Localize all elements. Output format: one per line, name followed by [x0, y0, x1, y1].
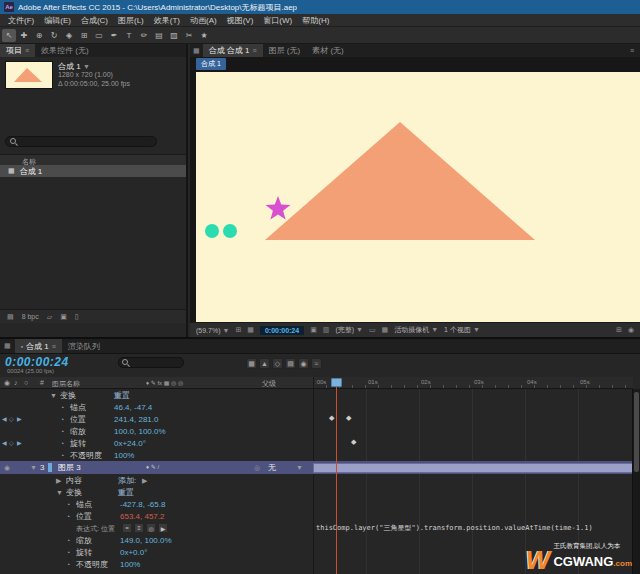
- stopwatch-icon[interactable]: ◔: [60, 439, 64, 448]
- current-timecode[interactable]: 0:00:00:24: [5, 355, 69, 369]
- next-keyframe-icon[interactable]: ▶: [17, 439, 22, 448]
- property-value[interactable]: 241.4, 281.0: [114, 415, 158, 424]
- project-item-composition[interactable]: ▦ 合成 1: [0, 165, 186, 177]
- menu-item-layer[interactable]: 图层(L): [113, 15, 149, 26]
- expression-text[interactable]: thisComp.layer("三角星型").transform.positio…: [316, 523, 628, 533]
- transform-group-row[interactable]: ▼ 变换 重置: [0, 389, 633, 401]
- stopwatch-icon[interactable]: ◔: [60, 427, 64, 436]
- property-value[interactable]: 0x+0.0°: [120, 548, 147, 557]
- property-name[interactable]: 不透明度: [70, 451, 102, 460]
- hand-tool-button[interactable]: ✚: [17, 29, 31, 42]
- anchor-point-row[interactable]: ◔ 锚点 46.4, -47.4: [0, 401, 633, 413]
- snapshot-icon[interactable]: ▣: [310, 326, 317, 334]
- eraser-tool-button[interactable]: ▨: [167, 29, 181, 42]
- panel-menu-icon[interactable]: ≡: [25, 47, 29, 54]
- active-camera-popup[interactable]: 活动摄像机 ▼: [394, 325, 438, 335]
- mini-flowchart-icon[interactable]: ▦: [246, 358, 257, 369]
- bit-depth-label[interactable]: 8 bpc: [22, 313, 39, 320]
- zoom-tool-button[interactable]: ⊕: [32, 29, 46, 42]
- layer-switches-icons[interactable]: ♦ ✎ /: [146, 463, 159, 472]
- channels-icon[interactable]: ▥: [323, 326, 330, 334]
- menu-item-help[interactable]: 帮助(H): [297, 15, 334, 26]
- column-parent[interactable]: 父级: [262, 379, 276, 389]
- pixel-aspect-icon[interactable]: ⊞: [616, 326, 622, 334]
- expression-pickwhip-icon[interactable]: ◎: [146, 523, 156, 533]
- property-name[interactable]: 位置: [70, 415, 86, 424]
- menu-item-file[interactable]: 文件(F): [3, 15, 39, 26]
- add-button[interactable]: 添加:: [118, 476, 136, 485]
- add-keyframe-icon[interactable]: ◇: [9, 439, 14, 448]
- twirl-icon[interactable]: ▼: [30, 463, 37, 472]
- interpret-footage-icon[interactable]: ▤: [7, 313, 14, 321]
- scrollbar-thumb[interactable]: [634, 392, 639, 472]
- prev-keyframe-icon[interactable]: ◀: [2, 415, 7, 424]
- transform-group-row[interactable]: ▼ 变换 重置: [0, 486, 633, 498]
- property-name[interactable]: 不透明度: [76, 560, 108, 569]
- reset-link[interactable]: 重置: [114, 391, 130, 400]
- tab-layer[interactable]: 图层 (无): [263, 44, 307, 57]
- shape-tool-button[interactable]: ▭: [92, 29, 106, 42]
- selection-tool-button[interactable]: ↖: [2, 29, 16, 42]
- opacity-row[interactable]: ◔ 不透明度 100%: [0, 449, 633, 461]
- stopwatch-icon[interactable]: ◔: [60, 451, 64, 460]
- reset-link[interactable]: 重置: [118, 488, 134, 497]
- panel-menu-icon[interactable]: ≡: [253, 47, 257, 54]
- new-folder-icon[interactable]: ▱: [47, 313, 52, 321]
- stopwatch-icon[interactable]: ◔: [60, 403, 64, 412]
- solo-icon[interactable]: ○: [24, 379, 28, 386]
- composition-canvas[interactable]: [196, 72, 640, 322]
- group-name[interactable]: 变换: [60, 391, 76, 400]
- tab-render-queue[interactable]: 渲染队列: [62, 339, 106, 353]
- tab-project[interactable]: 项目 ≡: [0, 44, 35, 57]
- label-color-chip[interactable]: [48, 463, 52, 472]
- property-value[interactable]: 100%: [120, 560, 140, 569]
- stopwatch-icon[interactable]: ◔: [66, 548, 70, 557]
- property-value[interactable]: 0x+24.0°: [114, 439, 146, 448]
- delete-icon[interactable]: ▯: [75, 313, 79, 321]
- expression-graph-icon[interactable]: ≡: [134, 523, 144, 533]
- type-tool-button[interactable]: T: [122, 29, 136, 42]
- panel-group-menu[interactable]: ≡: [624, 44, 640, 57]
- graph-editor-icon[interactable]: ≈: [311, 358, 322, 369]
- rotation-row[interactable]: ◀ ◇ ▶ ◔ 旋转 0x+24.0°: [0, 437, 633, 449]
- tab-composition[interactable]: 合成 合成 1 ≡: [203, 44, 263, 57]
- magnification-popup[interactable]: (59.7%) ▼: [196, 327, 229, 334]
- add-menu-icon[interactable]: ▶: [142, 476, 147, 485]
- tab-footage[interactable]: 素材 (无): [306, 44, 350, 57]
- motion-blur-icon[interactable]: ◉: [298, 358, 309, 369]
- parent-pickwhip-icon[interactable]: ◎: [254, 463, 260, 472]
- tab-timeline-comp1[interactable]: ▪ 合成 1 ≡: [15, 339, 62, 353]
- menu-item-edit[interactable]: 编辑(E): [39, 15, 76, 26]
- audio-icon[interactable]: ♪: [14, 379, 18, 386]
- contents-group-row[interactable]: ▶ 内容 添加: ▶: [0, 474, 633, 486]
- position-row-expression[interactable]: ◔ 位置 653.4, 457.2: [0, 510, 633, 522]
- resolution-popup[interactable]: (完整) ▼: [335, 325, 363, 335]
- timeline-search[interactable]: [118, 357, 184, 368]
- parent-dropdown[interactable]: 无: [268, 463, 276, 472]
- twirl-icon[interactable]: ▼: [50, 391, 57, 400]
- stopwatch-icon[interactable]: ◔: [60, 415, 64, 424]
- eye-icon[interactable]: ◉: [4, 463, 10, 472]
- fast-preview-icon[interactable]: ◉: [628, 326, 634, 334]
- expression-language-menu-icon[interactable]: ▶: [158, 523, 168, 533]
- property-name[interactable]: 锚点: [76, 500, 92, 509]
- property-value[interactable]: 100%: [114, 451, 134, 460]
- position-row[interactable]: ◀ ◇ ▶ ◔ 位置 241.4, 281.0: [0, 413, 633, 425]
- column-layer-name[interactable]: 图层名称: [52, 379, 80, 389]
- current-time-indicator-line[interactable]: [336, 387, 337, 574]
- mask-visibility-icon[interactable]: ▦: [247, 326, 254, 334]
- stopwatch-icon[interactable]: ◔: [66, 560, 70, 569]
- expression-enable-icon[interactable]: =: [122, 523, 132, 533]
- property-value-expression[interactable]: 653.4, 457.2: [120, 512, 164, 521]
- roto-brush-tool-button[interactable]: ✂: [182, 29, 196, 42]
- property-value[interactable]: 149.0, 100.0%: [120, 536, 172, 545]
- dot-shape-1[interactable]: [205, 224, 219, 238]
- group-name[interactable]: 变换: [66, 488, 82, 497]
- property-value[interactable]: 100.0, 100.0%: [114, 427, 166, 436]
- grid-guides-icon[interactable]: ⊞: [235, 326, 241, 334]
- puppet-pin-tool-button[interactable]: ★: [197, 29, 211, 42]
- project-search-input[interactable]: [21, 138, 152, 145]
- keyframe-icon[interactable]: ◆: [346, 414, 351, 422]
- draft-3d-icon[interactable]: ▲: [259, 358, 270, 369]
- menu-item-view[interactable]: 视图(V): [222, 15, 259, 26]
